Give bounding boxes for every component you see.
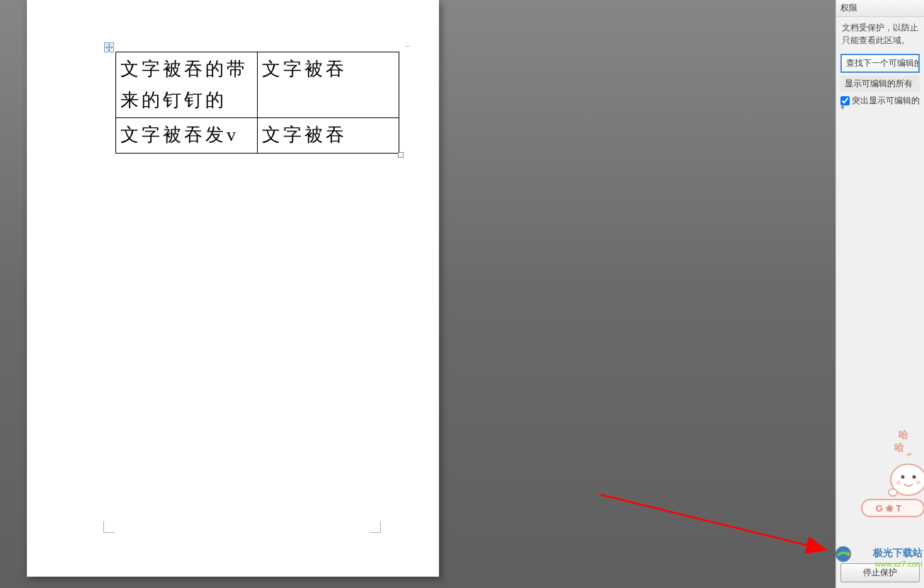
page-corner-mark — [370, 521, 381, 533]
desc-line: 文档受保护，以防止 — [842, 23, 918, 33]
table-resize-handle[interactable] — [398, 152, 404, 158]
page-corner-mark — [103, 521, 115, 533]
desc-line: 只能查看此区域。 — [842, 35, 910, 45]
table-cell[interactable]: 文字被吞的带来的钉钉的 — [116, 52, 258, 118]
stop-protection-button[interactable]: 停止保护 — [840, 563, 920, 582]
margin-guide — [406, 46, 410, 54]
collapse-toggle-icon[interactable]: ▼ — [838, 103, 848, 113]
document-canvas: 文字被吞的带来的钉钉的 文字被吞 文字被吞发v 文字被吞 — [0, 0, 835, 588]
document-table[interactable]: 文字被吞的带来的钉钉的 文字被吞 文字被吞发v 文字被吞 — [115, 52, 399, 154]
show-all-regions-link[interactable]: 显示可编辑的所有 — [840, 76, 920, 92]
checkbox-label: 突出显示可编辑的 — [852, 95, 920, 107]
table-cell[interactable]: 文字被吞 — [258, 52, 399, 118]
find-next-region-button[interactable]: 查找下一个可编辑的 — [840, 54, 920, 73]
table-move-handle[interactable] — [104, 42, 114, 52]
protection-description: 文档受保护，以防止 只能查看此区域。 — [836, 17, 924, 51]
move-icon — [105, 44, 113, 51]
document-page[interactable]: 文字被吞的带来的钉钉的 文字被吞 文字被吞发v 文字被吞 — [27, 0, 439, 577]
panel-header: 权限 — [836, 0, 924, 17]
table-cell[interactable]: 文字被吞发v — [116, 118, 258, 153]
expand-toggle-icon[interactable]: ▼ — [838, 555, 848, 565]
table-cell[interactable]: 文字被吞 — [258, 118, 399, 153]
highlight-regions-checkbox[interactable]: 突出显示可编辑的 — [840, 95, 920, 107]
restrict-editing-panel: 权限 文档受保护，以防止 只能查看此区域。 查找下一个可编辑的 显示可编辑的所有… — [835, 0, 924, 588]
